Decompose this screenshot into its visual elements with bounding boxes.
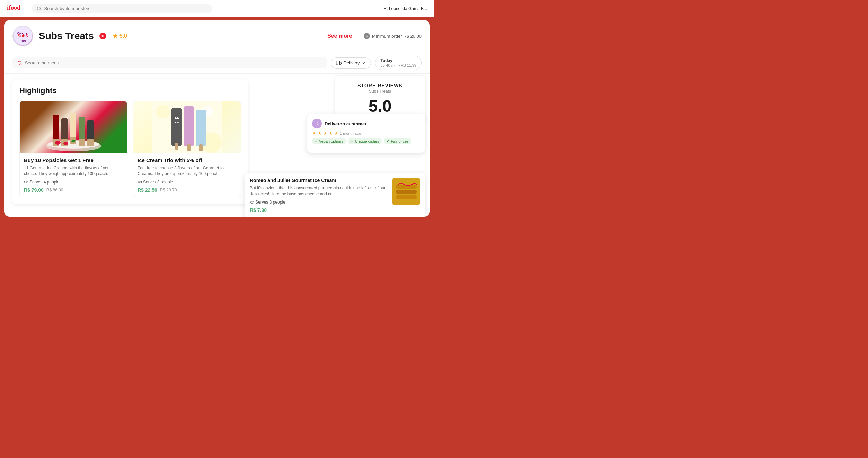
price-current-icecream: R$ 22.50 [138,187,157,193]
svg-text:SubS: SubS [18,34,28,38]
romeo-desc: But it's obvious that this consecrated p… [250,185,388,197]
delivery-button[interactable]: Delivery [331,57,371,69]
store-logo: Gostoso SubS Treats [12,26,33,46]
star-5: ★ [334,131,338,136]
svg-rect-44 [396,195,417,199]
svg-line-9 [20,64,21,64]
romeo-info: Romeo and Juliet Gourmet Ice Cream But i… [250,178,388,213]
reviews-title: STORE REVIEWS [342,83,418,88]
product-name-popsicle: Buy 10 Popsicles Get 1 Free [24,157,123,163]
star-2: ★ [318,131,322,136]
divider [358,32,358,40]
product-image-popsicle [20,101,127,153]
svg-marker-11 [339,62,341,64]
review-tags: ✓ Vegan options ✓ Unique dishes ✓ Fair p… [312,138,420,144]
svg-rect-10 [336,61,339,64]
stars-row: ★ ★ ★ ★ ★ 1 month ago [312,131,420,136]
store-name: Subs Treats [39,30,94,42]
navbar: ifood R. Leonel da Gama B... [0,0,434,17]
search-icon [37,6,41,11]
romeo-image [392,178,420,205]
svg-text:ifood: ifood [7,4,20,11]
highlights-grid: Buy 10 Popsicles Get 1 Free 11 Gourmet I… [19,101,241,197]
delivery-label: Delivery [344,60,360,65]
svg-rect-25 [87,139,94,146]
svg-rect-22 [79,117,85,143]
highlights-title: Highlights [19,86,241,95]
chevron-down-icon [362,61,366,65]
serves-popsicle: 🍽 Serves 4 people [24,180,123,185]
svg-rect-16 [53,115,59,143]
navbar-search-bar[interactable] [32,4,212,13]
delivery-icon [336,60,342,66]
navbar-search-input[interactable] [44,6,207,11]
svg-rect-34 [175,143,178,150]
svg-rect-39 [196,110,206,146]
svg-point-8 [18,61,21,64]
reviewer-row: D Deliveroo customer [312,119,420,128]
svg-rect-33 [171,108,182,146]
product-card-popsicle[interactable]: Buy 10 Popsicles Get 1 Free 11 Gourmet I… [19,101,127,197]
svg-marker-7 [113,34,117,38]
product-image-icecream [133,101,241,153]
svg-rect-38 [187,144,191,151]
svg-rect-37 [184,106,194,146]
svg-point-13 [339,64,340,65]
romeo-serves-icon: 🍽 [250,200,254,205]
store-header: Gostoso SubS Treats Subs Treats ★ 5.0 Se… [4,20,430,52]
price-popsicle: R$ 79.00 R$ 86.90 [24,187,123,193]
serves-icecream: 🍽 Serves 3 people [138,180,237,185]
product-desc-popsicle: 11 Gourmet Ice Creams with the flavors o… [24,165,123,177]
store-rating: 5.0 [113,33,127,39]
svg-point-12 [337,64,338,65]
romeo-serves: 🍽 Serves 3 people [250,200,388,205]
money-icon: $ [364,33,370,39]
product-desc-icecream: Feel free to choose 3 flavors of our Gou… [138,165,237,177]
romeo-price: R$ 7.90 [250,207,388,213]
romeo-product-card[interactable]: Romeo and Juliet Gourmet Ice Cream But i… [245,173,425,217]
svg-point-26 [55,141,61,145]
svg-rect-18 [61,118,68,143]
product-name-icecream: Ice Cream Trio with 5% off [138,157,237,163]
search-icon-menu [17,61,22,65]
reviews-store-name: Subs Treats [342,89,418,94]
review-time: 1 month ago [340,131,361,135]
store-header-right: See more $ Minimum order R$ 20.00 [327,32,422,40]
verified-badge: ★ [99,33,106,39]
right-panel: STORE REVIEWS Subs Treats 5.0 D Delivero… [254,79,422,204]
reviewer-name: Deliveroo customer [325,121,366,126]
location-text: R. Leonel da Gama B... [384,6,427,11]
menu-search-wrap[interactable] [12,57,327,68]
svg-rect-23 [79,139,85,146]
customer-review-card: D Deliveroo customer ★ ★ ★ ★ ★ 1 month a… [307,114,425,153]
serves-icon-icecream: 🍽 [138,180,142,185]
main-container: Gostoso SubS Treats Subs Treats ★ 5.0 Se… [4,20,430,217]
schedule-time: 30-40 min • R$ 11.99 [380,63,416,68]
menu-search-input[interactable] [25,60,322,65]
tag-vegan: ✓ Vegan options [312,138,346,144]
star-4: ★ [329,131,333,136]
romeo-name: Romeo and Juliet Gourmet Ice Cream [250,178,388,183]
see-more-button[interactable]: See more [327,33,352,39]
content-area: Highlights [4,74,430,210]
svg-text:Treats: Treats [19,39,27,42]
product-info-icecream: Ice Cream Trio with 5% off Feel free to … [133,153,241,197]
price-icecream: R$ 22.50 R$ 23.70 [138,187,237,193]
svg-point-30 [156,105,170,118]
svg-point-35 [175,117,177,119]
price-original-popsicle: R$ 86.90 [46,188,63,192]
svg-rect-20 [70,113,76,141]
svg-line-2 [40,9,41,10]
svg-point-27 [63,142,68,145]
ifood-logo: ifood [7,3,25,14]
star-1: ★ [312,131,316,136]
tag-unique: ✓ Unique dishes [348,138,382,144]
price-original-icecream: R$ 23.70 [160,188,177,192]
price-current-popsicle: R$ 79.00 [24,187,44,193]
svg-rect-40 [199,144,203,151]
svg-point-36 [177,117,179,119]
tag-prices: ✓ Fair prices [384,138,411,144]
reviewer-avatar: D [312,119,322,128]
product-card-icecream[interactable]: Ice Cream Trio with 5% off Feel free to … [133,101,241,197]
schedule-button[interactable]: Today 30-40 min • R$ 11.99 [375,56,422,70]
